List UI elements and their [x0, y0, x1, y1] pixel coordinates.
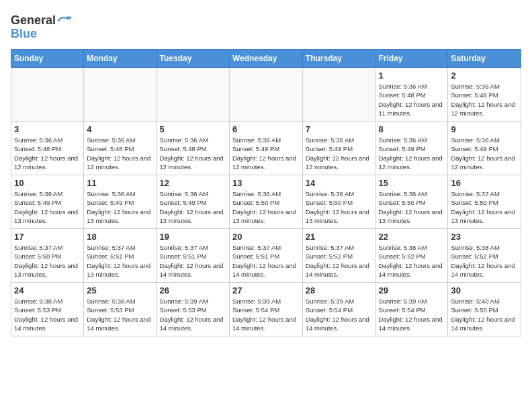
- day-info: Sunrise: 5:36 AM Sunset: 5:50 PM Dayligh…: [232, 189, 300, 225]
- day-info: Sunrise: 5:36 AM Sunset: 5:49 PM Dayligh…: [14, 189, 81, 225]
- day-info: Sunrise: 5:36 AM Sunset: 5:49 PM Dayligh…: [378, 136, 445, 171]
- day-number: 21: [306, 232, 373, 242]
- day-info: Sunrise: 5:36 AM Sunset: 5:48 PM Dayligh…: [160, 136, 226, 171]
- calendar-week-3: 10Sunrise: 5:36 AM Sunset: 5:49 PM Dayli…: [11, 175, 521, 229]
- calendar-cell: 20Sunrise: 5:37 AM Sunset: 5:51 PM Dayli…: [229, 229, 302, 283]
- day-number: 8: [378, 124, 445, 134]
- day-number: 16: [451, 178, 518, 188]
- day-info: Sunrise: 5:38 AM Sunset: 5:53 PM Dayligh…: [87, 297, 153, 332]
- weekday-header-wednesday: Wednesday: [229, 50, 302, 68]
- day-info: Sunrise: 5:36 AM Sunset: 5:48 PM Dayligh…: [451, 82, 518, 118]
- day-number: 22: [378, 232, 445, 242]
- calendar-cell: 24Sunrise: 5:38 AM Sunset: 5:53 PM Dayli…: [11, 283, 84, 336]
- calendar-cell: 21Sunrise: 5:37 AM Sunset: 5:52 PM Dayli…: [302, 229, 375, 283]
- logo-text: General: [11, 14, 56, 28]
- calendar-cell: 17Sunrise: 5:37 AM Sunset: 5:50 PM Dayli…: [11, 229, 84, 283]
- day-number: 17: [14, 232, 81, 242]
- calendar-cell: 14Sunrise: 5:36 AM Sunset: 5:50 PM Dayli…: [302, 175, 375, 229]
- day-number: 23: [451, 232, 518, 242]
- day-info: Sunrise: 5:37 AM Sunset: 5:50 PM Dayligh…: [451, 189, 518, 225]
- calendar-table: SundayMondayTuesdayWednesdayThursdayFrid…: [11, 49, 521, 336]
- day-info: Sunrise: 5:36 AM Sunset: 5:49 PM Dayligh…: [232, 136, 300, 171]
- day-number: 13: [232, 178, 300, 188]
- day-info: Sunrise: 5:39 AM Sunset: 5:54 PM Dayligh…: [378, 297, 445, 332]
- day-info: Sunrise: 5:38 AM Sunset: 5:52 PM Dayligh…: [451, 243, 518, 279]
- calendar-cell: [84, 68, 157, 122]
- day-number: 27: [232, 285, 300, 295]
- day-info: Sunrise: 5:39 AM Sunset: 5:53 PM Dayligh…: [160, 297, 226, 332]
- day-number: 11: [87, 178, 153, 188]
- calendar-cell: 23Sunrise: 5:38 AM Sunset: 5:52 PM Dayli…: [448, 229, 521, 283]
- calendar-cell: [157, 68, 229, 122]
- calendar-cell: 28Sunrise: 5:39 AM Sunset: 5:54 PM Dayli…: [302, 283, 375, 336]
- day-number: 28: [306, 285, 373, 295]
- day-info: Sunrise: 5:38 AM Sunset: 5:52 PM Dayligh…: [378, 243, 445, 279]
- calendar-cell: 1Sunrise: 5:36 AM Sunset: 5:48 PM Daylig…: [375, 68, 448, 122]
- day-number: 4: [87, 124, 153, 134]
- day-number: 2: [451, 71, 518, 81]
- weekday-header-thursday: Thursday: [302, 50, 375, 68]
- day-number: 15: [378, 178, 445, 188]
- day-info: Sunrise: 5:36 AM Sunset: 5:50 PM Dayligh…: [378, 189, 445, 225]
- day-number: 5: [160, 124, 226, 134]
- calendar-cell: 16Sunrise: 5:37 AM Sunset: 5:50 PM Dayli…: [448, 175, 521, 229]
- day-info: Sunrise: 5:39 AM Sunset: 5:54 PM Dayligh…: [232, 297, 300, 332]
- calendar-week-5: 24Sunrise: 5:38 AM Sunset: 5:53 PM Dayli…: [11, 283, 521, 336]
- day-number: 1: [378, 71, 445, 81]
- day-number: 24: [14, 285, 81, 295]
- weekday-header-friday: Friday: [375, 50, 448, 68]
- day-info: Sunrise: 5:36 AM Sunset: 5:49 PM Dayligh…: [160, 189, 226, 225]
- calendar-cell: [229, 68, 302, 122]
- calendar-week-1: 1Sunrise: 5:36 AM Sunset: 5:48 PM Daylig…: [11, 68, 521, 122]
- calendar-cell: 9Sunrise: 5:36 AM Sunset: 5:49 PM Daylig…: [448, 122, 521, 175]
- day-number: 3: [14, 124, 81, 134]
- calendar-cell: 11Sunrise: 5:36 AM Sunset: 5:49 PM Dayli…: [84, 175, 157, 229]
- day-info: Sunrise: 5:36 AM Sunset: 5:49 PM Dayligh…: [451, 136, 518, 171]
- day-number: 14: [306, 178, 373, 188]
- day-number: 29: [378, 285, 445, 295]
- calendar-cell: [11, 68, 84, 122]
- logo-blue: Blue: [11, 27, 72, 41]
- day-info: Sunrise: 5:37 AM Sunset: 5:51 PM Dayligh…: [232, 243, 300, 279]
- day-number: 19: [160, 232, 226, 242]
- calendar-week-2: 3Sunrise: 5:36 AM Sunset: 5:48 PM Daylig…: [11, 122, 521, 175]
- calendar-week-4: 17Sunrise: 5:37 AM Sunset: 5:50 PM Dayli…: [11, 229, 521, 283]
- calendar-cell: 3Sunrise: 5:36 AM Sunset: 5:48 PM Daylig…: [11, 122, 84, 175]
- calendar-cell: [302, 68, 375, 122]
- logo: General Blue: [11, 13, 72, 41]
- calendar-cell: 22Sunrise: 5:38 AM Sunset: 5:52 PM Dayli…: [375, 229, 448, 283]
- weekday-header-row: SundayMondayTuesdayWednesdayThursdayFrid…: [11, 50, 521, 68]
- calendar-header: SundayMondayTuesdayWednesdayThursdayFrid…: [11, 50, 521, 68]
- calendar-cell: 15Sunrise: 5:36 AM Sunset: 5:50 PM Dayli…: [375, 175, 448, 229]
- day-number: 30: [451, 285, 518, 295]
- day-info: Sunrise: 5:36 AM Sunset: 5:50 PM Dayligh…: [306, 189, 373, 225]
- day-number: 26: [160, 285, 226, 295]
- day-info: Sunrise: 5:36 AM Sunset: 5:48 PM Dayligh…: [14, 136, 81, 171]
- day-info: Sunrise: 5:37 AM Sunset: 5:51 PM Dayligh…: [160, 243, 226, 279]
- day-info: Sunrise: 5:37 AM Sunset: 5:50 PM Dayligh…: [14, 243, 81, 279]
- day-number: 10: [14, 178, 81, 188]
- calendar-cell: 30Sunrise: 5:40 AM Sunset: 5:55 PM Dayli…: [448, 283, 521, 336]
- calendar-cell: 6Sunrise: 5:36 AM Sunset: 5:49 PM Daylig…: [229, 122, 302, 175]
- logo-icon: [57, 13, 72, 28]
- calendar-cell: 13Sunrise: 5:36 AM Sunset: 5:50 PM Dayli…: [229, 175, 302, 229]
- day-number: 18: [87, 232, 153, 242]
- calendar-cell: 7Sunrise: 5:36 AM Sunset: 5:49 PM Daylig…: [302, 122, 375, 175]
- calendar-cell: 26Sunrise: 5:39 AM Sunset: 5:53 PM Dayli…: [157, 283, 229, 336]
- calendar-cell: 4Sunrise: 5:36 AM Sunset: 5:48 PM Daylig…: [84, 122, 157, 175]
- day-info: Sunrise: 5:36 AM Sunset: 5:49 PM Dayligh…: [87, 189, 153, 225]
- calendar-cell: 12Sunrise: 5:36 AM Sunset: 5:49 PM Dayli…: [157, 175, 229, 229]
- day-info: Sunrise: 5:39 AM Sunset: 5:54 PM Dayligh…: [306, 297, 373, 332]
- calendar-cell: 8Sunrise: 5:36 AM Sunset: 5:49 PM Daylig…: [375, 122, 448, 175]
- day-number: 12: [160, 178, 226, 188]
- day-number: 6: [232, 124, 300, 134]
- calendar-cell: 18Sunrise: 5:37 AM Sunset: 5:51 PM Dayli…: [84, 229, 157, 283]
- calendar-cell: 19Sunrise: 5:37 AM Sunset: 5:51 PM Dayli…: [157, 229, 229, 283]
- day-info: Sunrise: 5:36 AM Sunset: 5:48 PM Dayligh…: [378, 82, 445, 118]
- day-number: 20: [232, 232, 300, 242]
- calendar-cell: 5Sunrise: 5:36 AM Sunset: 5:48 PM Daylig…: [157, 122, 229, 175]
- calendar-cell: 29Sunrise: 5:39 AM Sunset: 5:54 PM Dayli…: [375, 283, 448, 336]
- weekday-header-tuesday: Tuesday: [157, 50, 229, 68]
- day-info: Sunrise: 5:37 AM Sunset: 5:51 PM Dayligh…: [87, 243, 153, 279]
- calendar-cell: 27Sunrise: 5:39 AM Sunset: 5:54 PM Dayli…: [229, 283, 302, 336]
